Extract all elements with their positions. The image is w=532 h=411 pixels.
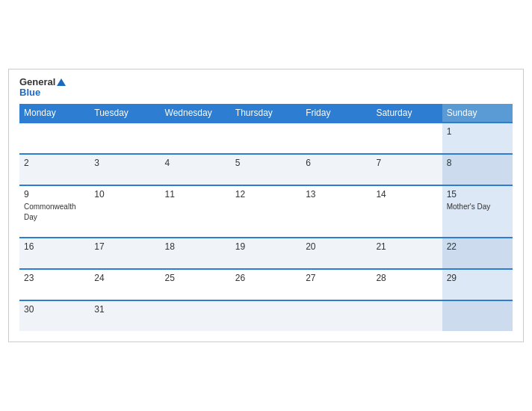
- weekday-header-tuesday: Tuesday: [90, 104, 160, 123]
- calendar-day-cell: 12: [231, 185, 301, 238]
- day-number: 16: [24, 241, 85, 252]
- day-number: 3: [94, 158, 155, 168]
- day-number: 12: [235, 189, 297, 200]
- calendar-header: General Blue: [19, 77, 513, 99]
- day-number: 31: [94, 304, 155, 315]
- calendar-day-cell: 22: [442, 238, 513, 269]
- calendar-day-cell: 3: [90, 154, 160, 185]
- logo-blue-text: Blue: [19, 87, 40, 98]
- calendar-day-cell: 11: [161, 185, 231, 238]
- calendar-day-cell: [161, 300, 231, 331]
- logo-triangle-icon: [57, 78, 66, 86]
- calendar-day-cell: [442, 300, 513, 331]
- day-number: 13: [306, 189, 367, 200]
- calendar-day-cell: 28: [371, 269, 442, 300]
- calendar-day-cell: [231, 123, 301, 154]
- day-number: 29: [447, 273, 508, 283]
- calendar-container: General Blue MondayTuesdayWednesdayThurs…: [8, 69, 524, 343]
- calendar-week-row: 16171819202122: [19, 238, 513, 269]
- weekday-header-sunday: Sunday: [442, 104, 513, 123]
- calendar-day-cell: 21: [371, 238, 442, 269]
- day-number: 30: [24, 304, 85, 315]
- calendar-day-cell: 10: [90, 185, 160, 238]
- day-number: 24: [94, 273, 155, 283]
- calendar-week-row: 1: [19, 123, 513, 154]
- calendar-day-cell: [371, 123, 442, 154]
- calendar-day-cell: [90, 123, 160, 154]
- calendar-day-cell: [161, 123, 231, 154]
- day-number: 7: [376, 158, 437, 168]
- calendar-day-cell: 5: [231, 154, 301, 185]
- calendar-day-cell: 30: [19, 300, 90, 331]
- weekday-header-thursday: Thursday: [231, 104, 301, 123]
- calendar-day-cell: 14: [371, 185, 442, 238]
- logo: General Blue: [19, 77, 66, 99]
- calendar-day-cell: [19, 123, 90, 154]
- calendar-day-cell: 4: [161, 154, 231, 185]
- logo-general-text: General: [19, 77, 66, 87]
- calendar-week-row: 2345678: [19, 154, 513, 185]
- day-event: Mother's Day: [447, 203, 491, 211]
- weekday-header-monday: Monday: [19, 104, 90, 123]
- day-number: 10: [94, 189, 155, 200]
- day-number: 25: [165, 273, 226, 283]
- calendar-day-cell: 9Commonwealth Day: [19, 185, 90, 238]
- day-number: 27: [306, 273, 367, 283]
- calendar-day-cell: 17: [90, 238, 160, 269]
- day-number: 2: [24, 158, 85, 168]
- calendar-day-cell: 16: [19, 238, 90, 269]
- calendar-day-cell: 26: [231, 269, 301, 300]
- calendar-week-row: 23242526272829: [19, 269, 513, 300]
- day-number: 6: [306, 158, 367, 168]
- day-number: 8: [447, 158, 508, 168]
- day-number: 17: [94, 241, 155, 252]
- calendar-day-cell: 1: [442, 123, 513, 154]
- calendar-day-cell: 29: [442, 269, 513, 300]
- day-number: 22: [447, 241, 508, 252]
- day-number: 4: [165, 158, 226, 168]
- calendar-day-cell: [231, 300, 301, 331]
- day-number: 19: [235, 241, 297, 252]
- calendar-day-cell: 18: [161, 238, 231, 269]
- day-number: 28: [376, 273, 437, 283]
- calendar-day-cell: 19: [231, 238, 301, 269]
- calendar-day-cell: [301, 300, 371, 331]
- calendar-week-row: 3031: [19, 300, 513, 331]
- day-number: 1: [447, 126, 508, 137]
- calendar-day-cell: 6: [301, 154, 371, 185]
- calendar-body: 123456789Commonwealth Day101112131415Mot…: [19, 123, 513, 331]
- day-number: 23: [24, 273, 85, 283]
- day-number: 15: [447, 189, 508, 200]
- calendar-day-cell: [301, 123, 371, 154]
- day-number: 9: [24, 189, 85, 200]
- calendar-day-cell: 23: [19, 269, 90, 300]
- weekday-header-friday: Friday: [301, 104, 371, 123]
- calendar-thead: MondayTuesdayWednesdayThursdayFridaySatu…: [19, 104, 513, 123]
- calendar-day-cell: 2: [19, 154, 90, 185]
- calendar-day-cell: 25: [161, 269, 231, 300]
- calendar-grid: MondayTuesdayWednesdayThursdayFridaySatu…: [19, 104, 513, 331]
- weekday-header-saturday: Saturday: [371, 104, 442, 123]
- calendar-day-cell: 27: [301, 269, 371, 300]
- day-number: 14: [376, 189, 437, 200]
- day-event: Commonwealth Day: [24, 203, 75, 221]
- calendar-day-cell: [371, 300, 442, 331]
- day-number: 20: [306, 241, 367, 252]
- calendar-day-cell: 13: [301, 185, 371, 238]
- calendar-day-cell: 24: [90, 269, 160, 300]
- calendar-week-row: 9Commonwealth Day101112131415Mother's Da…: [19, 185, 513, 238]
- calendar-day-cell: 31: [90, 300, 160, 331]
- calendar-day-cell: 15Mother's Day: [442, 185, 513, 238]
- calendar-day-cell: 7: [371, 154, 442, 185]
- day-number: 26: [235, 273, 297, 283]
- day-number: 5: [235, 158, 297, 168]
- calendar-day-cell: 8: [442, 154, 513, 185]
- weekday-header-row: MondayTuesdayWednesdayThursdayFridaySatu…: [19, 104, 513, 123]
- weekday-header-wednesday: Wednesday: [161, 104, 231, 123]
- calendar-day-cell: 20: [301, 238, 371, 269]
- day-number: 18: [165, 241, 226, 252]
- day-number: 21: [376, 241, 437, 252]
- day-number: 11: [165, 189, 226, 200]
